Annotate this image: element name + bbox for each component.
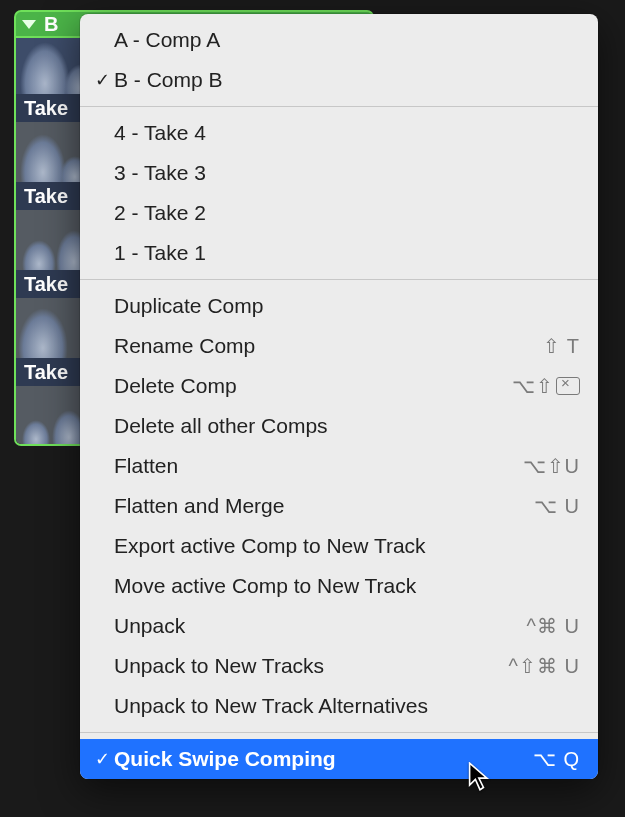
menu-shortcut: ⌥⇧ [512, 374, 580, 398]
menu-item[interactable]: ✓B - Comp B [80, 60, 598, 100]
menu-item-label: A - Comp A [114, 28, 580, 52]
menu-item-label: Unpack [114, 614, 527, 638]
menu-item-label: Export active Comp to New Track [114, 534, 580, 558]
menu-item[interactable]: Rename Comp⇧ T [80, 326, 598, 366]
menu-item-label: Unpack to New Track Alternatives [114, 694, 580, 718]
menu-item[interactable]: ✓Quick Swipe Comping⌥ Q [80, 739, 598, 779]
checkmark-icon: ✓ [90, 748, 114, 770]
region-title: B [44, 13, 58, 36]
menu-item[interactable]: Delete Comp⌥⇧ [80, 366, 598, 406]
delete-key-icon [556, 377, 580, 395]
menu-item[interactable]: A - Comp A [80, 20, 598, 60]
menu-item-label: Duplicate Comp [114, 294, 580, 318]
menu-shortcut: ⌥ U [534, 494, 580, 518]
menu-item-label: Rename Comp [114, 334, 543, 358]
menu-item-label: Move active Comp to New Track [114, 574, 580, 598]
menu-shortcut: ⌥ Q [533, 747, 580, 771]
menu-shortcut: ^⌘ U [527, 614, 580, 638]
checkmark-icon: ✓ [90, 69, 114, 91]
menu-item[interactable]: Flatten⌥⇧U [80, 446, 598, 486]
menu-item[interactable]: Duplicate Comp [80, 286, 598, 326]
menu-item[interactable]: Flatten and Merge⌥ U [80, 486, 598, 526]
menu-separator [80, 279, 598, 280]
menu-item[interactable]: Unpack to New Track Alternatives [80, 686, 598, 726]
menu-item[interactable]: 1 - Take 1 [80, 233, 598, 273]
menu-item-label: Flatten [114, 454, 523, 478]
menu-item[interactable]: Move active Comp to New Track [80, 566, 598, 606]
menu-item[interactable]: 4 - Take 4 [80, 113, 598, 153]
menu-shortcut: ^⇧⌘ U [509, 654, 580, 678]
menu-item-label: 1 - Take 1 [114, 241, 580, 265]
menu-separator [80, 106, 598, 107]
menu-item[interactable]: Unpack^⌘ U [80, 606, 598, 646]
menu-item-label: Unpack to New Tracks [114, 654, 509, 678]
menu-item-label: Flatten and Merge [114, 494, 534, 518]
menu-item[interactable]: Delete all other Comps [80, 406, 598, 446]
menu-item-label: 2 - Take 2 [114, 201, 580, 225]
menu-item[interactable]: Export active Comp to New Track [80, 526, 598, 566]
menu-item[interactable]: 2 - Take 2 [80, 193, 598, 233]
menu-shortcut: ⌥⇧U [523, 454, 580, 478]
menu-item-label: 3 - Take 3 [114, 161, 580, 185]
menu-item-label: 4 - Take 4 [114, 121, 580, 145]
comp-menu: A - Comp A✓B - Comp B4 - Take 43 - Take … [80, 14, 598, 779]
menu-item-label: Quick Swipe Comping [114, 747, 533, 771]
menu-item-label: Delete all other Comps [114, 414, 580, 438]
menu-item[interactable]: 3 - Take 3 [80, 153, 598, 193]
menu-item-label: B - Comp B [114, 68, 580, 92]
disclosure-icon[interactable] [22, 20, 36, 29]
menu-separator [80, 732, 598, 733]
menu-item-label: Delete Comp [114, 374, 512, 398]
menu-shortcut: ⇧ T [543, 334, 580, 358]
menu-item[interactable]: Unpack to New Tracks^⇧⌘ U [80, 646, 598, 686]
